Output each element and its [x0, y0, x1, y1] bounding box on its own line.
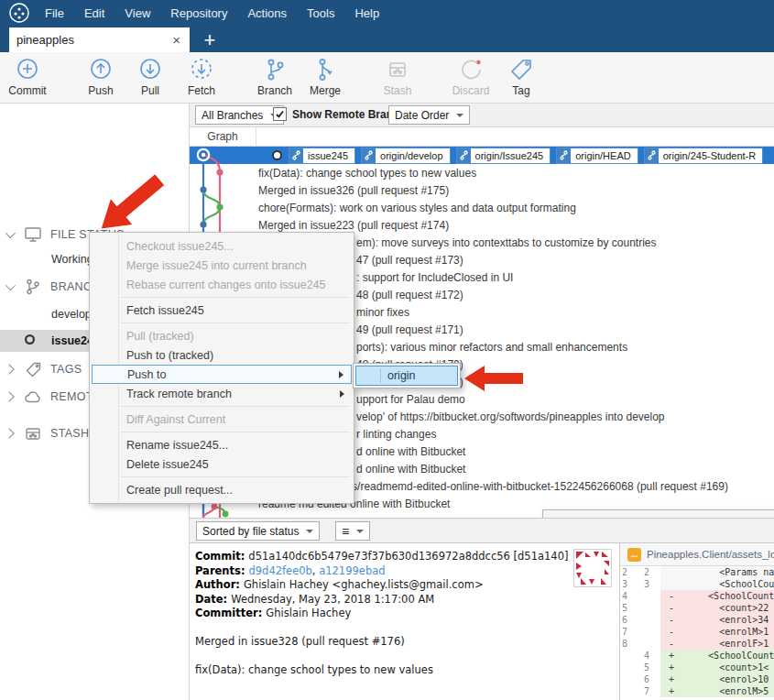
diff-line: 4+ <SchoolCount [620, 650, 774, 662]
sidebar-item-label: develop [51, 308, 92, 321]
detail-line: Parents: d9d42fee0b, a12199ebad [195, 564, 619, 579]
menu-edit[interactable]: Edit [74, 6, 114, 20]
branch-label[interactable]: origin/Issue245 [456, 148, 551, 164]
branch-label-text: origin/develop [376, 150, 450, 161]
commit-message-line: Merged in issue328 (pull request #176) [195, 635, 619, 650]
close-tab-icon[interactable]: × [170, 32, 182, 48]
menu-item-label: Merge issue245 into current branch [126, 259, 307, 272]
new-line-number: 5 [636, 662, 660, 673]
file-sort-dropdown[interactable]: Sorted by file status [196, 521, 320, 541]
chevron-down-icon[interactable] [5, 283, 16, 290]
branch-label[interactable]: origin/245-Student-R [644, 148, 764, 164]
menu-item-rename-issue245[interactable]: Rename issue245... [92, 435, 352, 454]
branch-label[interactable]: origin/develop [361, 148, 451, 164]
branch-label-text: origin/245-Student-R [659, 150, 763, 161]
old-line-number: 6 [620, 614, 636, 626]
menu-item-diff-against-current: Diff Against Current [92, 410, 352, 429]
commit-details-panel: Commit: d51a140dc6b5479e73f37b630d136972… [190, 543, 619, 700]
diff-sign [660, 566, 681, 578]
diff-line: 7- <enrolM>1 [620, 626, 774, 638]
stash-icon [23, 426, 43, 442]
new-line-number: 6 [636, 673, 660, 685]
menu-file[interactable]: File [35, 6, 74, 20]
parent-commit-link[interactable]: d9d42fee0b [248, 564, 311, 577]
menu-item-create-pull-request[interactable]: Create pull request... [92, 480, 352, 499]
commit-row[interactable]: Merged in issue326 (pull request #175) [190, 181, 774, 199]
toolbar-button-label: Tag [489, 84, 553, 97]
merge-icon [293, 56, 357, 83]
new-line-number [636, 602, 660, 614]
filter-bar: All Branches Show Remote Branches Date O… [190, 104, 774, 127]
chevron-down-icon[interactable] [5, 231, 16, 238]
menu-actions[interactable]: Actions [237, 6, 297, 20]
diff-sign: + [660, 673, 681, 685]
sourcetree-window: FileEditViewRepositoryActionsToolsHelp p… [0, 0, 774, 700]
parent-commit-link[interactable]: a12199ebad [319, 564, 385, 577]
commit-dot-icon [272, 150, 282, 160]
merge-button[interactable]: Merge [293, 56, 357, 97]
menu-item-push-to[interactable]: Push to [92, 365, 352, 384]
show-remote-branches-checkbox[interactable] [273, 107, 287, 121]
fetch-button[interactable]: Fetch [169, 56, 234, 97]
menu-item-push-to-tracked[interactable]: Push to (tracked) [92, 345, 352, 365]
commit-icon [0, 56, 60, 83]
old-line-number: 8 [620, 638, 636, 650]
menu-view[interactable]: View [114, 6, 160, 20]
diff-line: 22 <Params natio [620, 566, 774, 578]
menu-repository[interactable]: Repository [160, 6, 237, 20]
commit-row[interactable]: chore(Formats): work on various styles a… [190, 199, 774, 216]
commit-button[interactable]: Commit [0, 56, 60, 97]
view-options-dropdown[interactable]: ≡ [335, 521, 370, 541]
checkmark-icon [275, 109, 285, 119]
detail-line: Committer: Ghislain Hachey [195, 607, 619, 621]
menu-tools[interactable]: Tools [297, 6, 344, 20]
branch-filter-dropdown[interactable]: All Branches [195, 105, 284, 125]
sort-order-dropdown[interactable]: Date Order [388, 105, 470, 125]
diff-sign: + [660, 685, 681, 697]
submenu-item-origin[interactable]: origin [355, 366, 458, 386]
repo-tab[interactable]: pineapples × [9, 27, 190, 52]
menu-item-pull-tracked: Pull (tracked) [92, 326, 352, 345]
toolbar-button-label: Fetch [169, 84, 234, 97]
branch-label[interactable]: origin/HEAD [556, 148, 638, 164]
diff-code: <enrolM>1 [681, 626, 774, 638]
repo-tab-label: pineapples [16, 33, 170, 47]
branch-label[interactable]: issue245 [289, 148, 355, 164]
new-line-number [636, 626, 660, 638]
sidebar-section-label: TAGS [50, 363, 82, 376]
menu-item-fetch-issue245[interactable]: Fetch issue245 [92, 301, 352, 320]
menu-item-label: Rename issue245... [126, 439, 228, 452]
monitor-icon [23, 226, 43, 243]
diff-file-header[interactable]: ... Pineapples.Client/assets_loca [620, 543, 774, 566]
commit-row[interactable]: ort [542, 509, 774, 518]
toolbar-button-label: Stash [365, 84, 430, 97]
hamburger-icon: ≡ [342, 524, 349, 539]
menu-item-label: Delete issue245 [126, 458, 209, 471]
commit-row-selected[interactable]: issue245origin/developorigin/Issue245ori… [190, 147, 774, 164]
commit-row[interactable]: fix(Data): change school types to new va… [190, 164, 774, 181]
menu-separator [121, 406, 350, 407]
menu-separator [121, 476, 350, 477]
menu-item-label: Fetch issue245 [126, 304, 204, 317]
old-line-number [620, 662, 636, 673]
graph-column-header[interactable]: Graph [190, 127, 256, 146]
diff-sign: - [660, 602, 681, 614]
menu-item-track-remote-branch[interactable]: Track remote branch [92, 384, 352, 403]
tag-icon [23, 361, 43, 378]
new-tab-button[interactable]: + [195, 27, 224, 52]
stash-button[interactable]: Stash [365, 56, 430, 97]
diff-sign: - [660, 626, 681, 638]
menu-item-delete-issue245[interactable]: Delete issue245 [92, 454, 352, 474]
diff-code: <SchoolCounts [681, 578, 774, 590]
old-line-number: 2 [620, 566, 636, 578]
menu-help[interactable]: Help [344, 6, 389, 20]
tag-button[interactable]: Tag [489, 56, 553, 97]
diff-code: <Params natio [681, 566, 774, 578]
author-avatar [573, 549, 612, 587]
chevron-right-icon[interactable] [5, 366, 16, 373]
new-line-number: 7 [636, 685, 660, 697]
chevron-right-icon[interactable] [5, 430, 16, 437]
new-line-number [636, 638, 660, 650]
old-line-number [620, 685, 636, 697]
chevron-right-icon[interactable] [5, 393, 16, 400]
